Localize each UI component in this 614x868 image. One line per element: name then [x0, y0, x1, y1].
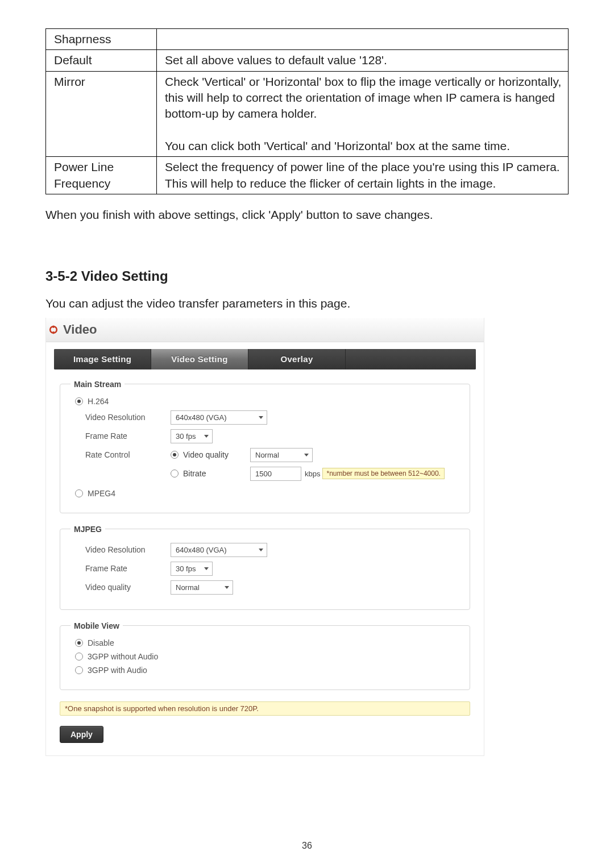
legend-mobile-view: Mobile View: [70, 621, 123, 630]
group-main-stream: Main Stream H.264 Video Resolution 640x4…: [60, 380, 470, 513]
radio-icon: [75, 666, 83, 674]
section-heading: 3-5-2 Video Setting: [45, 268, 569, 284]
chevron-down-icon: [225, 586, 229, 589]
video-settings-panel: Video Image Setting Video Setting Overla…: [45, 318, 484, 756]
table-val: Check 'Vertical' or 'Horizontal' box to …: [157, 71, 569, 157]
select-value: 640x480 (VGA): [176, 413, 227, 422]
chevron-down-icon: [259, 416, 263, 419]
bitrate-unit: kbps: [305, 470, 320, 478]
tab-filler: [346, 349, 476, 369]
section-intro: You can adjust the video transfer parame…: [45, 296, 569, 312]
label-rate-control: Rate Control: [85, 450, 171, 459]
radio-label: 3GPP with Audio: [88, 666, 147, 675]
radio-label: H.264: [88, 397, 109, 406]
camera-logo-icon: [47, 323, 60, 336]
select-video-quality[interactable]: Normal: [250, 448, 313, 462]
radio-icon: [75, 639, 83, 647]
radio-icon: [75, 489, 83, 497]
table-key: Power Line Frequency: [46, 157, 157, 194]
page-number: 36: [0, 841, 614, 851]
radio-bitrate[interactable]: [171, 470, 179, 477]
rate-control-bitrate-label: Bitrate: [183, 469, 206, 478]
select-main-resolution[interactable]: 640x480 (VGA): [171, 410, 267, 425]
settings-description-table: Shaprness Default Set all above values t…: [45, 28, 569, 194]
select-mjpeg-quality[interactable]: Normal: [171, 580, 233, 595]
radio-icon: [75, 397, 83, 405]
table-key: Shaprness: [46, 29, 157, 50]
select-value: Normal: [176, 583, 200, 592]
table-row: Mirror Check 'Vertical' or 'Horizontal' …: [46, 71, 569, 157]
group-mobile-view: Mobile View Disable 3GPP without Audio 3…: [60, 621, 470, 690]
select-mjpeg-resolution[interactable]: 640x480 (VGA): [171, 543, 267, 557]
label-video-resolution: Video Resolution: [85, 413, 171, 422]
table-key: Mirror: [46, 71, 157, 157]
chevron-down-icon: [204, 435, 209, 438]
table-val: [157, 29, 569, 50]
table-row: Power Line Frequency Select the frequenc…: [46, 157, 569, 194]
select-value: 30 fps: [176, 432, 196, 441]
input-value: 1500: [255, 470, 272, 478]
snapshot-note: *One snapshot is supported when resoluti…: [60, 701, 470, 716]
label-mjpeg-frame-rate: Frame Rate: [85, 564, 171, 573]
radio-h264[interactable]: H.264: [75, 397, 459, 406]
tab-bar: Image Setting Video Setting Overlay: [54, 349, 476, 369]
apply-button[interactable]: Apply: [60, 726, 103, 743]
radio-3gpp-no-audio[interactable]: 3GPP without Audio: [75, 652, 459, 661]
input-bitrate[interactable]: 1500: [250, 467, 301, 481]
table-val: Select the frequency of power line of th…: [157, 157, 569, 194]
panel-header: Video: [46, 318, 484, 342]
radio-mpeg4[interactable]: MPEG4: [75, 489, 459, 498]
bitrate-hint: kbps *number must be between 512~4000.: [305, 468, 445, 479]
radio-mobile-disable[interactable]: Disable: [75, 638, 459, 647]
radio-3gpp-with-audio[interactable]: 3GPP with Audio: [75, 666, 459, 675]
tab-overlay[interactable]: Overlay: [248, 349, 346, 369]
tab-image-setting[interactable]: Image Setting: [54, 349, 151, 369]
table-key: Default: [46, 50, 157, 71]
bitrate-hint-text: *number must be between 512~4000.: [322, 468, 444, 479]
tab-video-setting[interactable]: Video Setting: [151, 349, 248, 369]
select-value: 640x480 (VGA): [176, 546, 227, 554]
label-frame-rate: Frame Rate: [85, 431, 171, 441]
label-mjpeg-resolution: Video Resolution: [85, 545, 171, 554]
select-value: Normal: [255, 451, 279, 459]
table-row: Shaprness: [46, 29, 569, 50]
legend-mjpeg: MJPEG: [70, 525, 105, 534]
select-main-frame-rate[interactable]: 30 fps: [171, 429, 213, 443]
chevron-down-icon: [204, 567, 209, 570]
table-row: Default Set all above values to default …: [46, 50, 569, 71]
select-value: 30 fps: [176, 564, 196, 573]
radio-label: Disable: [88, 638, 114, 647]
after-table-text: When you finish with above settings, cli…: [45, 207, 569, 223]
label-mjpeg-video-quality: Video quality: [85, 583, 171, 592]
legend-main-stream: Main Stream: [70, 380, 125, 389]
radio-label: 3GPP without Audio: [88, 652, 158, 661]
radio-video-quality[interactable]: [171, 451, 179, 459]
table-val: Set all above values to default value '1…: [157, 50, 569, 71]
group-mjpeg: MJPEG Video Resolution 640x480 (VGA) Fra…: [60, 525, 470, 610]
panel-title: Video: [63, 322, 97, 337]
chevron-down-icon: [304, 454, 309, 456]
radio-icon: [75, 653, 83, 661]
rate-control-video-quality-label: Video quality: [183, 450, 229, 459]
select-mjpeg-frame-rate[interactable]: 30 fps: [171, 562, 213, 576]
radio-label: MPEG4: [88, 489, 115, 498]
chevron-down-icon: [259, 549, 263, 551]
